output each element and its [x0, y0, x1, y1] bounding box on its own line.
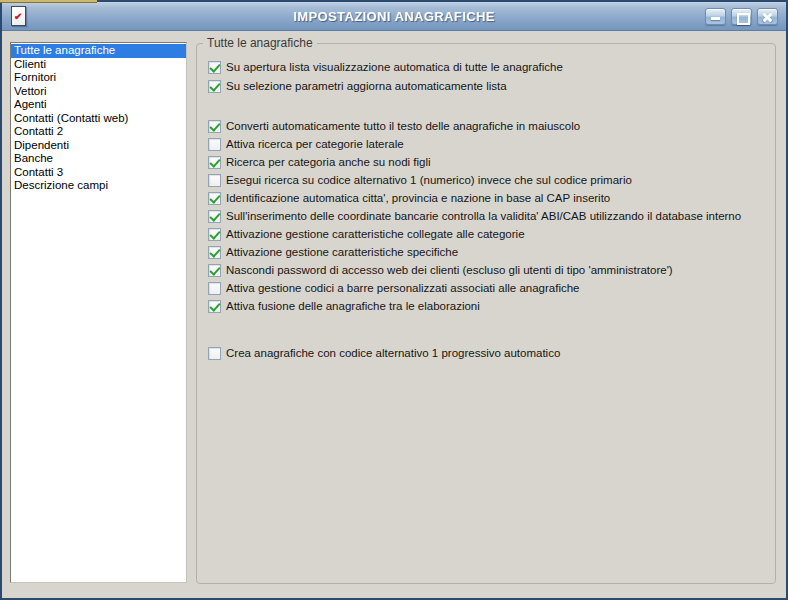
checkbox-row[interactable]: Nascondi password di accesso web dei cli… — [208, 263, 775, 277]
checkbox-checked-icon[interactable] — [208, 80, 221, 93]
checkbox-row[interactable]: Converti automaticamente tutto il testo … — [208, 119, 775, 133]
sidebar-item[interactable]: Clienti — [11, 58, 186, 72]
checkbox-unchecked-icon[interactable] — [208, 174, 221, 187]
sidebar-item[interactable]: Dipendenti — [11, 139, 186, 153]
checkbox-checked-icon[interactable] — [208, 228, 221, 241]
window-controls — [705, 8, 778, 25]
checkbox-label: Nascondi password di accesso web dei cli… — [226, 264, 673, 276]
checkbox-label: Attiva gestione codici a barre personali… — [226, 282, 580, 294]
checkbox-row[interactable]: Attiva fusione delle anagrafiche tra le … — [208, 299, 775, 313]
checkbox-group: Converti automaticamente tutto il testo … — [208, 119, 775, 313]
checkbox-label: Attiva fusione delle anagrafiche tra le … — [226, 300, 480, 312]
checkbox-row[interactable]: Su apertura lista visualizzazione automa… — [208, 60, 775, 74]
settings-window: IMPOSTAZIONI ANAGRAFICHE Tutte le anagra… — [0, 0, 788, 600]
checkbox-label: Attivazione gestione caratteristiche col… — [226, 228, 525, 240]
maximize-button[interactable] — [731, 8, 752, 25]
checkbox-checked-icon[interactable] — [208, 300, 221, 313]
checkbox-label: Attiva ricerca per categorie laterale — [226, 138, 404, 150]
checkbox-checked-icon[interactable] — [208, 210, 221, 223]
checkbox-label: Converti automaticamente tutto il testo … — [226, 120, 580, 132]
sidebar-item[interactable]: Tutte le anagrafiche — [11, 44, 186, 58]
checkbox-row[interactable]: Attiva ricerca per categorie laterale — [208, 137, 775, 151]
checkbox-checked-icon[interactable] — [208, 192, 221, 205]
groupbox-title: Tutte le anagrafiche — [203, 36, 317, 50]
checkbox-row[interactable]: Attiva gestione codici a barre personali… — [208, 281, 775, 295]
checkbox-row[interactable]: Identificazione automatica citta', provi… — [208, 191, 775, 205]
app-icon — [11, 6, 26, 26]
checkbox-row[interactable]: Esegui ricerca su codice alternativo 1 (… — [208, 173, 775, 187]
checkbox-label: Identificazione automatica citta', provi… — [226, 192, 610, 204]
titlebar[interactable]: IMPOSTAZIONI ANAGRAFICHE — [2, 2, 786, 31]
checkbox-row[interactable]: Ricerca per categoria anche su nodi figl… — [208, 155, 775, 169]
sidebar-item[interactable]: Contatti 3 — [11, 166, 186, 180]
checkbox-label: Su selezione parametri aggiorna automati… — [226, 80, 507, 92]
sidebar-item[interactable]: Descrizione campi — [11, 179, 186, 193]
checkbox-area: Su apertura lista visualizzazione automa… — [197, 50, 775, 360]
checkbox-group: Su apertura lista visualizzazione automa… — [208, 60, 775, 93]
close-button[interactable] — [757, 8, 778, 25]
client-area: Tutte le anagraficheClientiFornitoriVett… — [2, 31, 786, 598]
checkbox-group: Crea anagrafiche con codice alternativo … — [208, 346, 775, 360]
checkbox-unchecked-icon[interactable] — [208, 347, 221, 360]
background-window-sliver — [0, 0, 97, 3]
checkbox-label: Sull'inserimento delle coordinate bancar… — [226, 210, 741, 222]
sidebar-item[interactable]: Contatti 2 — [11, 125, 186, 139]
checkbox-label: Su apertura lista visualizzazione automa… — [226, 61, 563, 73]
checkbox-label: Crea anagrafiche con codice alternativo … — [226, 347, 560, 359]
checkbox-unchecked-icon[interactable] — [208, 282, 221, 295]
checkbox-label: Attivazione gestione caratteristiche spe… — [226, 246, 458, 258]
checkbox-row[interactable]: Sull'inserimento delle coordinate bancar… — [208, 209, 775, 223]
minimize-icon — [706, 9, 725, 24]
close-icon — [758, 9, 777, 24]
checkbox-checked-icon[interactable] — [208, 120, 221, 133]
checkbox-label: Esegui ricerca su codice alternativo 1 (… — [226, 174, 632, 186]
sidebar-item[interactable]: Vettori — [11, 85, 186, 99]
checkbox-row[interactable]: Attivazione gestione caratteristiche spe… — [208, 245, 775, 259]
checkbox-checked-icon[interactable] — [208, 264, 221, 277]
checkbox-checked-icon[interactable] — [208, 156, 221, 169]
settings-groupbox: Tutte le anagrafiche Su apertura lista v… — [196, 36, 776, 584]
sidebar-item[interactable]: Fornitori — [11, 71, 186, 85]
sidebar-item[interactable]: Contatti (Contatti web) — [11, 112, 186, 126]
checkbox-unchecked-icon[interactable] — [208, 138, 221, 151]
checkbox-checked-icon[interactable] — [208, 61, 221, 74]
checkbox-row[interactable]: Su selezione parametri aggiorna automati… — [208, 79, 775, 93]
sidebar-item[interactable]: Agenti — [11, 98, 186, 112]
checkbox-checked-icon[interactable] — [208, 246, 221, 259]
checkbox-row[interactable]: Crea anagrafiche con codice alternativo … — [208, 346, 775, 360]
window-title: IMPOSTAZIONI ANAGRAFICHE — [2, 2, 786, 31]
minimize-button[interactable] — [705, 8, 726, 25]
sidebar-item[interactable]: Banche — [11, 152, 186, 166]
checkbox-label: Ricerca per categoria anche su nodi figl… — [226, 156, 431, 168]
category-listbox[interactable]: Tutte le anagraficheClientiFornitoriVett… — [10, 42, 187, 583]
maximize-icon — [732, 9, 751, 24]
checkbox-row[interactable]: Attivazione gestione caratteristiche col… — [208, 227, 775, 241]
